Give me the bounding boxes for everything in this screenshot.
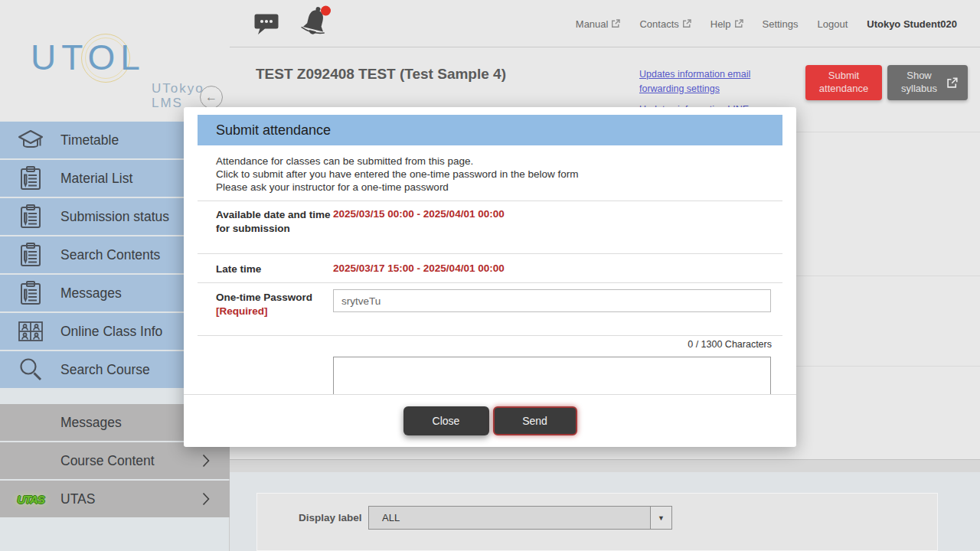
topbar-links: Manual Contacts Help Settings Logout Uto… [576,0,957,47]
course-title: TEST Z092408 TEST (Test Sample 4) [256,66,506,83]
submit-attendance-button[interactable]: Submit attendance [805,65,882,100]
graduation-cap-icon [16,127,45,153]
row-divider [198,253,782,254]
late-time-value: 2025/03/17 15:00 - 2025/04/01 00:00 [333,262,505,274]
clipboard-icon [16,242,45,268]
row-divider [198,335,782,336]
display-label-select[interactable]: ALL ▼ [368,506,672,530]
notification-dot [321,6,331,16]
manual-link[interactable]: Manual [576,18,621,30]
chevron-right-icon [202,454,210,471]
collapse-sidebar-button[interactable]: ← [200,86,223,109]
display-label: Display label [299,512,362,523]
username: Utokyo Student020 [867,18,957,30]
filter-panel: Display label ALL ▼ [256,493,938,551]
selected-option: ALL [382,507,400,529]
utas-logo-icon: UTAS [16,493,45,506]
email-forwarding-settings-link[interactable]: Updates information email forwarding set… [639,67,781,96]
chat-icon[interactable] [254,13,279,38]
row-divider [198,282,782,283]
back-arrow-icon: ← [205,90,217,103]
help-link[interactable]: Help [710,18,743,30]
logo-area: UTOL UTokyo LMS ← [0,0,230,121]
external-link-icon [611,19,620,28]
dropdown-arrow-icon: ▼ [650,507,671,529]
contacts-link[interactable]: Contacts [639,18,691,30]
one-time-password-input[interactable] [333,289,771,312]
utol-logo: UTOL UTokyo LMS [31,37,145,83]
sidebar-item-utas[interactable]: UTAS UTAS [0,481,230,517]
bottom-section: Display label ALL ▼ [230,472,980,551]
sidebar-item-course-content[interactable]: Course Content [0,442,230,479]
modal-title: Submit attendance [198,115,782,145]
logo-text: UTOL [31,37,145,78]
external-link-icon [682,19,691,28]
video-grid-icon [16,320,45,343]
modal-footer: Close Send [184,394,796,447]
available-date-value: 2025/03/15 00:00 - 2025/04/01 00:00 [333,208,505,220]
show-syllabus-button[interactable]: Show syllabus [887,65,968,100]
magnifier-icon [16,357,45,383]
one-time-password-label: One-time Password [Required] [216,291,331,318]
settings-link[interactable]: Settings [763,18,799,30]
external-link-icon [946,77,958,89]
modal-header: Submit attendance [198,115,782,145]
topbar: Manual Contacts Help Settings Logout Uto… [230,0,980,47]
clipboard-icon [16,280,45,306]
chevron-right-icon [202,492,210,509]
submit-attendance-modal: Submit attendance Attendance for classes… [184,107,796,447]
close-button[interactable]: Close [403,406,489,435]
required-badge: [Required] [216,305,268,317]
comment-textarea[interactable] [333,357,771,394]
external-link-icon [734,19,743,28]
clipboard-icon [16,165,45,191]
row-divider [198,201,782,201]
clipboard-icon [16,204,45,230]
late-time-label: Late time [216,262,331,276]
modal-description: Attendance for classes can be submitted … [216,155,578,194]
send-button[interactable]: Send [493,406,577,435]
logo-subtitle: UTokyo LMS [152,81,204,110]
logout-link[interactable]: Logout [817,18,848,30]
utol-lms-page: UTOL UTokyo LMS ← Timetable [0,0,980,551]
available-date-label: Available date and time for submission [216,208,331,235]
notification-bell-icon[interactable] [299,5,332,44]
panel-bottom-edge [230,459,980,472]
character-counter: 0 / 1300 Characters [688,339,772,350]
